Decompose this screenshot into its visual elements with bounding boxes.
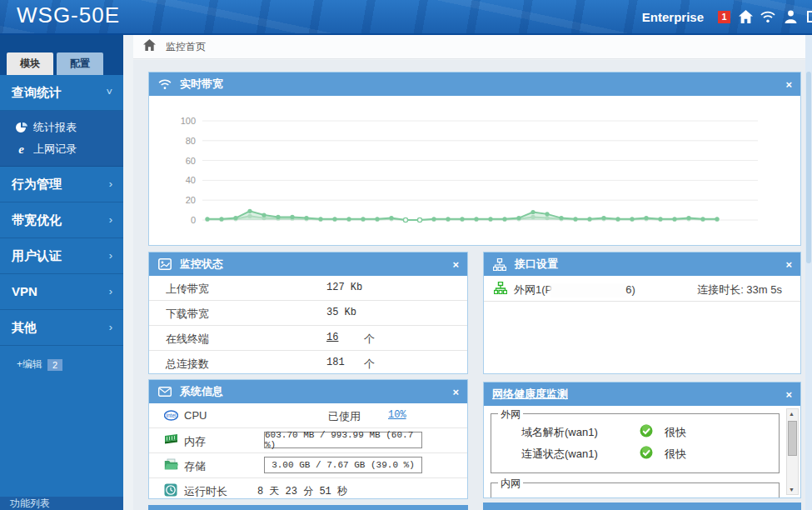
check-ok-icon xyxy=(640,446,653,462)
product-title: WSG-50E xyxy=(17,2,120,28)
memory-icon xyxy=(164,433,178,448)
wan-duration: 连接时长: 33m 5s xyxy=(697,282,782,298)
memory-usage-box: 603.70 MB / 993.99 MB (60.7 %) xyxy=(264,432,422,448)
fieldset-lan: 内网 xyxy=(491,482,780,498)
uptime-value: 8 天 23 分 51 秒 xyxy=(257,484,347,498)
close-icon[interactable]: × xyxy=(785,78,792,91)
sidebar: 模块 配置 查询统计 ˅ 统计报表 e 上网记录 xyxy=(0,35,123,510)
chevron-right-icon: › xyxy=(109,167,112,202)
panel-title: 接口设置 xyxy=(515,257,558,272)
panel-realtime-bandwidth-header: 实时带宽 × xyxy=(149,72,800,96)
user-icon[interactable] xyxy=(783,9,798,24)
sidebar-tabbar: 模块 配置 xyxy=(0,35,123,75)
monitor-graph-icon xyxy=(157,258,172,272)
uptime-clock-icon xyxy=(164,483,178,498)
svg-text:intel: intel xyxy=(167,412,177,418)
edition-label: Enterprise xyxy=(642,10,704,24)
browser-e-icon: e xyxy=(15,143,27,156)
table-row: 在线终端 16 个 xyxy=(149,326,467,351)
logout-icon[interactable] xyxy=(805,9,812,24)
table-row: 下载带宽 35 Kb xyxy=(149,301,467,326)
home-icon[interactable] xyxy=(738,9,753,24)
chevron-down-icon: ˅ xyxy=(106,75,112,110)
sidebar-item-behavior[interactable]: 行为管理 › xyxy=(0,167,123,202)
fieldset-wan: 外网 域名解析(wan1) 很快 连通状态(wan1) xyxy=(491,413,780,473)
online-terminals-link[interactable]: 16 xyxy=(326,332,338,343)
chevron-right-icon: › xyxy=(109,274,112,309)
table-row: 存储 3.00 GB / 7.67 GB (39.0 %) xyxy=(149,453,467,478)
edit-widgets-link[interactable]: +编辑 2 xyxy=(0,358,123,372)
health-row-dns: 域名解析(wan1) 很快 xyxy=(491,421,779,442)
scroll-down-icon[interactable]: ▼ xyxy=(787,485,796,494)
wan-topology-icon xyxy=(494,282,507,297)
breadcrumb: 监控首页 xyxy=(133,35,812,59)
network-topology-icon xyxy=(492,258,506,272)
sidebar-item-other[interactable]: 其他 › xyxy=(0,310,123,346)
svg-text:100: 100 xyxy=(181,116,196,126)
network-health-title-link[interactable]: 网络健康度监测 xyxy=(492,387,568,402)
table-row: 总连接数 181 个 xyxy=(149,351,467,374)
next-panel-header-partial xyxy=(483,502,801,510)
table-row: 运行时长 8 天 23 分 51 秒 xyxy=(149,478,467,499)
health-scrollbar[interactable]: ▲ ▼ xyxy=(786,408,799,495)
sidebar-submenu: 统计报表 e 上网记录 xyxy=(0,111,123,167)
svg-text:0: 0 xyxy=(191,215,196,225)
table-row: intel CPU 已使用 10% xyxy=(149,403,467,428)
top-header: WSG-50E Enterprise 1 xyxy=(0,0,812,35)
censored-ip xyxy=(552,286,625,295)
report-chart-icon xyxy=(15,122,27,134)
sidebar-item-stat-report[interactable]: 统计报表 xyxy=(0,117,123,138)
panel-realtime-bandwidth: 实时带宽 × 020406080100 xyxy=(148,72,801,246)
breadcrumb-title: 监控首页 xyxy=(166,40,206,54)
cpu-usage-link[interactable]: 10% xyxy=(388,409,406,421)
chevron-right-icon: › xyxy=(109,310,112,345)
sidebar-item-vpn[interactable]: VPN › xyxy=(0,274,123,310)
function-list-bar[interactable]: 功能列表 xyxy=(0,497,133,510)
close-icon[interactable]: × xyxy=(785,258,792,271)
close-icon[interactable]: × xyxy=(452,258,459,271)
wan-interface-row[interactable]: 外网1(P6) 连接时长: 33m 5s xyxy=(484,276,800,302)
svg-text:60: 60 xyxy=(186,156,196,166)
close-icon[interactable]: × xyxy=(452,386,459,398)
svg-text:20: 20 xyxy=(186,195,196,205)
table-row: 上传带宽 127 Kb xyxy=(149,276,467,301)
panel-system-info-header: 系统信息 × xyxy=(149,380,467,403)
header-actions: Enterprise 1 xyxy=(642,0,812,33)
wan-name: 外网1(P6) xyxy=(514,282,635,298)
panel-title: 实时带宽 xyxy=(180,77,223,92)
envelope-icon xyxy=(157,385,172,399)
storage-icon xyxy=(164,458,178,472)
panel-network-health-header: 网络健康度监测 × xyxy=(484,382,800,406)
panel-interface-settings-header: 接口设置 × xyxy=(484,252,800,276)
sidebar-item-web-records[interactable]: e 上网记录 xyxy=(0,138,123,160)
panel-system-info: 系统信息 × intel CPU 已使用 10% 内存 xyxy=(148,379,468,499)
wifi-icon[interactable] xyxy=(760,9,775,24)
app-window: WSG-50E Enterprise 1 xyxy=(0,0,812,510)
cpu-icon: intel xyxy=(164,408,178,422)
tab-config[interactable]: 配置 xyxy=(57,52,103,75)
panel-monitor-status: 监控状态 × 上传带宽 127 Kb 下载带宽 35 Kb 在线终端 16 个 … xyxy=(148,252,468,374)
chevron-right-icon: › xyxy=(109,202,112,238)
next-panel-header-partial xyxy=(148,505,468,510)
sidebar-item-user-auth[interactable]: 用户认证 › xyxy=(0,238,123,274)
breadcrumb-home-icon[interactable] xyxy=(143,39,156,54)
svg-text:80: 80 xyxy=(186,136,196,146)
page-scrollbar-thumb[interactable] xyxy=(806,72,811,263)
bandwidth-chart-svg: 020406080100 xyxy=(149,96,800,245)
panel-title: 监控状态 xyxy=(180,257,223,272)
edit-count-badge: 2 xyxy=(47,359,62,371)
storage-usage-box: 3.00 GB / 7.67 GB (39.0 %) xyxy=(264,457,422,473)
panel-interface-settings: 接口设置 × 外网1(P6) 连接时长: 33m 5s xyxy=(483,252,801,374)
sidebar-item-query-stats[interactable]: 查询统计 ˅ xyxy=(0,75,123,111)
svg-text:40: 40 xyxy=(186,175,196,185)
health-scrollbar-thumb[interactable] xyxy=(788,421,797,456)
scroll-up-icon[interactable]: ▲ xyxy=(787,409,796,418)
sidebar-item-bandwidth-opt[interactable]: 带宽优化 › xyxy=(0,202,123,238)
panel-monitor-status-header: 监控状态 × xyxy=(149,252,467,276)
page-scrollbar[interactable] xyxy=(805,35,812,510)
health-row-link: 连通状态(wan1) 很快 xyxy=(491,442,779,464)
close-icon[interactable]: × xyxy=(785,388,792,401)
panel-network-health: 网络健康度监测 × 外网 域名解析(wan1) 很快 连通状态(wan1) xyxy=(483,382,801,498)
alert-badge[interactable]: 1 xyxy=(718,11,730,23)
tab-modules[interactable]: 模块 xyxy=(7,52,53,75)
